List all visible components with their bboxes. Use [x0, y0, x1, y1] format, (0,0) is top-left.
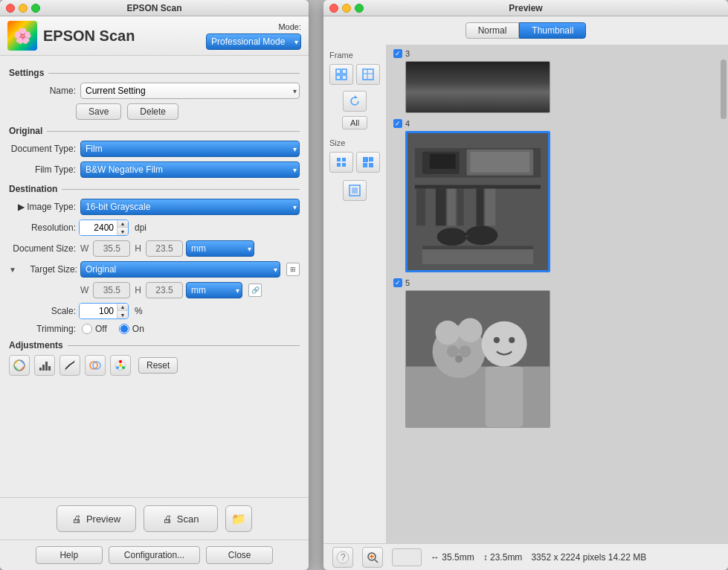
reset-button[interactable]: Reset [138, 357, 178, 374]
thumb-4-checkbox[interactable]: ✓ [393, 119, 402, 128]
thumb-4-image[interactable] [405, 131, 550, 272]
color-balance-icon[interactable] [85, 355, 106, 376]
scan-button[interactable]: 🖨 Scan [144, 505, 218, 532]
preview-close-button[interactable] [329, 4, 338, 13]
delete-button[interactable]: Delete [127, 103, 178, 120]
minimize-button[interactable] [19, 4, 28, 13]
image-type-select[interactable]: 16-bit Grayscale 8-bit Grayscale 24-bit … [80, 199, 300, 215]
svg-point-11 [116, 366, 119, 369]
thumbnail-4: ✓ 4 [390, 119, 715, 272]
tab-normal[interactable]: Normal [466, 22, 520, 39]
trimming-row: Trimming: Off On [9, 324, 300, 334]
help-icon[interactable]: ? [332, 547, 353, 568]
thumb-4-number: 4 [405, 119, 410, 128]
svg-point-55 [436, 321, 460, 345]
fit-window-icon[interactable] [343, 180, 367, 201]
scale-stepper: ▲ ▼ [117, 303, 128, 319]
svg-rect-44 [477, 189, 484, 226]
color-palette-icon[interactable] [110, 355, 131, 376]
thumb-5-checkbox[interactable]: ✓ [393, 278, 402, 287]
target-size-select[interactable]: Original Custom [80, 261, 280, 278]
frame-select-icon[interactable] [329, 64, 353, 85]
zoom-button[interactable] [31, 4, 40, 13]
help-button[interactable]: Help [36, 546, 103, 564]
close-button[interactable]: Close [206, 546, 273, 564]
adjustment-icons: Reset [9, 355, 300, 376]
mode-select[interactable]: Professional Mode Home Mode Office Mode [206, 33, 301, 50]
scan-label: Scan [177, 513, 199, 525]
preview-icon: 🖨 [72, 513, 82, 525]
preview-minimize-button[interactable] [342, 4, 351, 13]
color-wheel-icon[interactable] [9, 355, 30, 376]
tab-thumbnail[interactable]: Thumbnail [519, 22, 586, 39]
rotate-icon[interactable] [343, 91, 367, 112]
preview-zoom-button[interactable] [355, 4, 364, 13]
svg-rect-34 [430, 154, 456, 169]
scale-input[interactable] [80, 303, 117, 319]
height-dimension: ↕ 23.5mm [483, 552, 523, 563]
doc-unit-select[interactable]: mm inches pixels [186, 240, 254, 257]
thumb-5-image[interactable] [405, 290, 550, 428]
histogram-icon[interactable] [34, 355, 55, 376]
size-large-icon[interactable] [356, 152, 380, 173]
thumb-5-number: 5 [405, 278, 410, 287]
resolution-input[interactable] [80, 220, 117, 236]
svg-rect-40 [436, 189, 446, 226]
folder-button[interactable]: 📁 [225, 505, 252, 532]
mode-select-wrapper: Professional Mode Home Mode Office Mode … [206, 33, 301, 50]
all-button[interactable]: All [342, 116, 367, 129]
scale-row: Scale: ▲ ▼ % [9, 303, 300, 319]
doc-type-select[interactable]: Film Reflective [80, 141, 300, 157]
film-type-row: Film Type: B&W Negative Film Color Negat… [9, 161, 300, 178]
epson-app-name: EPSON Scan [43, 28, 135, 45]
scrollbar-thumb[interactable] [721, 60, 727, 119]
target-unit-select[interactable]: mm inches [186, 282, 242, 298]
preview-scrollbar[interactable] [719, 45, 728, 543]
trimming-off-option[interactable]: Off [82, 324, 107, 334]
radio-off-indicator [82, 324, 92, 334]
epson-body: Settings Name: Current Setting ▾ Save De… [0, 56, 309, 497]
trimming-radio-group: Off On [82, 324, 144, 334]
resolution-up[interactable]: ▲ [117, 220, 128, 228]
thumb-3-checkbox[interactable]: ✓ [393, 49, 402, 58]
film-type-select-wrapper: B&W Negative Film Color Negative Film Po… [80, 161, 300, 178]
svg-rect-27 [363, 163, 367, 167]
svg-rect-63 [486, 367, 524, 427]
scale-down[interactable]: ▼ [117, 311, 128, 319]
thumb-3-number: 3 [405, 49, 410, 58]
trimming-on-option[interactable]: On [119, 324, 144, 334]
frame-grid-icon[interactable] [356, 64, 380, 85]
frame-buttons [329, 64, 380, 85]
crop-icon[interactable]: ⊞ [286, 263, 300, 276]
close-button[interactable] [6, 4, 15, 13]
svg-rect-41 [448, 189, 456, 226]
name-select-wrapper: Current Setting ▾ [80, 83, 300, 99]
svg-rect-37 [415, 185, 541, 189]
target-width-input[interactable] [93, 282, 130, 298]
svg-point-60 [482, 321, 527, 367]
thumb-3-image[interactable] [405, 61, 550, 113]
resolution-down[interactable]: ▼ [117, 228, 128, 236]
svg-rect-26 [369, 157, 373, 161]
tone-correction-icon[interactable] [59, 355, 80, 376]
svg-rect-16 [342, 75, 347, 80]
svg-rect-1 [39, 368, 42, 371]
scale-input-group: ▲ ▼ [79, 303, 129, 319]
lock-icon[interactable]: 🔗 [248, 284, 262, 297]
save-button[interactable]: Save [76, 103, 121, 120]
name-select[interactable]: Current Setting [80, 83, 300, 99]
settings-title: Settings [9, 68, 44, 78]
size-small-icon[interactable] [329, 152, 353, 173]
configuration-button[interactable]: Configuration... [109, 546, 200, 564]
svg-rect-2 [42, 365, 45, 371]
svg-rect-23 [337, 163, 341, 167]
preview-button[interactable]: 🖨 Preview [57, 505, 136, 532]
scale-up[interactable]: ▲ [117, 303, 128, 311]
target-height-input[interactable] [146, 282, 183, 298]
settings-divider [48, 73, 300, 74]
svg-rect-69 [371, 554, 373, 559]
film-type-select[interactable]: B&W Negative Film Color Negative Film Po… [80, 161, 300, 178]
doc-type-select-wrapper: Film Reflective ▾ [80, 141, 300, 157]
zoom-preview-icon[interactable] [362, 547, 383, 568]
original-title: Original [9, 126, 42, 136]
